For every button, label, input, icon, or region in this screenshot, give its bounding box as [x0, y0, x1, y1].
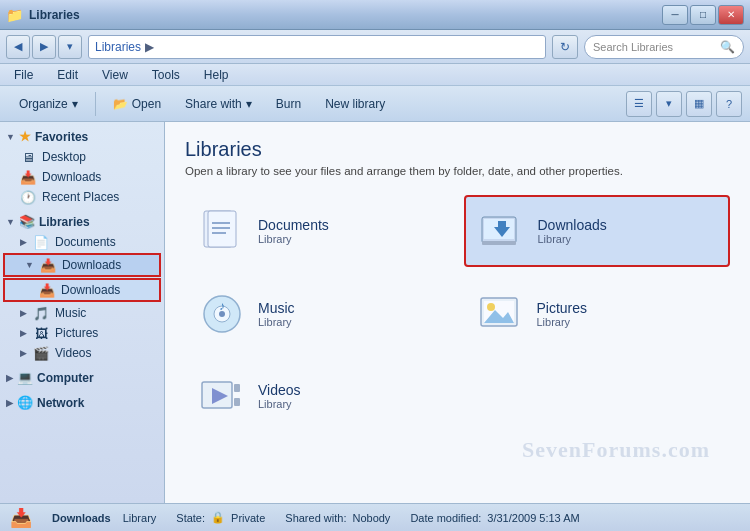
libraries-header[interactable]: ▼ 📚 Libraries	[0, 211, 164, 232]
pictures-lib-info: Pictures Library	[537, 300, 588, 328]
content-title: Libraries	[185, 138, 730, 161]
menu-edit[interactable]: Edit	[53, 66, 82, 84]
computer-header[interactable]: ▶ 💻 Computer	[0, 367, 164, 388]
documents-lib-icon	[198, 207, 246, 255]
menu-file[interactable]: File	[10, 66, 37, 84]
window-icon: 📁	[6, 7, 23, 23]
sidebar-item-desktop[interactable]: 🖥 Desktop	[0, 147, 164, 167]
downloads-lib-icon: 📥	[40, 257, 56, 273]
music-lib-info: Music Library	[258, 300, 295, 328]
music-icon: 🎵	[33, 305, 49, 321]
preview-button[interactable]: ▦	[686, 91, 712, 117]
libraries-icon: 📚	[19, 214, 35, 229]
recent-label: Recent Places	[42, 190, 119, 204]
libraries-section: ▼ 📚 Libraries ▶ 📄 Documents ▼ 📥 Download…	[0, 211, 164, 363]
sidebar-item-downloads[interactable]: ▼ 📥 Downloads	[3, 253, 161, 277]
favorites-header[interactable]: ▼ ★ Favorites	[0, 126, 164, 147]
videos-lib-icon	[198, 372, 246, 420]
organize-button[interactable]: Organize ▾	[8, 90, 89, 118]
status-shared-value: Nobody	[352, 512, 390, 524]
status-state-label: State:	[176, 512, 205, 524]
library-item-music[interactable]: ♪ Music Library	[185, 279, 452, 349]
downloads-chevron: ▼	[25, 260, 34, 270]
status-state-section: State: 🔒 Private	[176, 511, 265, 524]
open-button[interactable]: 📂 Open	[102, 90, 172, 118]
videos-svg	[198, 372, 246, 420]
libraries-label: Libraries	[39, 215, 90, 229]
sidebar-item-pictures[interactable]: ▶ 🖼 Pictures	[0, 323, 164, 343]
title-bar-buttons: ─ □ ✕	[662, 5, 744, 25]
maximize-button[interactable]: □	[690, 5, 716, 25]
downloads-lib-name: Downloads	[538, 217, 607, 233]
downloads-svg	[478, 207, 526, 255]
network-icon: 🌐	[17, 395, 33, 410]
computer-label: Computer	[37, 371, 94, 385]
title-bar: 📁 Libraries ─ □ ✕	[0, 0, 750, 30]
status-lib-icon: 📥	[10, 507, 32, 529]
videos-chevron: ▶	[20, 348, 27, 358]
dropdown-button[interactable]: ▾	[58, 35, 82, 59]
music-svg: ♪	[198, 290, 246, 338]
downloads-fav-label: Downloads	[42, 170, 101, 184]
videos-lib-type: Library	[258, 398, 301, 410]
layout-button[interactable]: ▾	[656, 91, 682, 117]
documents-svg	[198, 207, 246, 255]
pictures-lib-icon	[477, 290, 525, 338]
address-path[interactable]: Libraries ▶	[88, 35, 546, 59]
sidebar-item-downloads-sub[interactable]: 📥 Downloads	[3, 278, 161, 302]
status-state-value: Private	[231, 512, 265, 524]
documents-lib-type: Library	[258, 233, 329, 245]
search-icon: 🔍	[720, 40, 735, 54]
burn-button[interactable]: Burn	[265, 90, 312, 118]
share-arrow: ▾	[246, 97, 252, 111]
sidebar-item-music[interactable]: ▶ 🎵 Music	[0, 303, 164, 323]
favorites-label: Favorites	[35, 130, 88, 144]
menu-tools[interactable]: Tools	[148, 66, 184, 84]
organize-label: Organize	[19, 97, 68, 111]
sidebar-item-downloads-fav[interactable]: 📥 Downloads	[0, 167, 164, 187]
network-header[interactable]: ▶ 🌐 Network	[0, 392, 164, 413]
library-item-pictures[interactable]: Pictures Library	[464, 279, 731, 349]
forward-button[interactable]: ▶	[32, 35, 56, 59]
nav-buttons: ◀ ▶ ▾	[6, 35, 82, 59]
music-label: Music	[55, 306, 86, 320]
library-item-documents[interactable]: Documents Library	[185, 195, 452, 267]
network-chevron: ▶	[6, 398, 13, 408]
share-button[interactable]: Share with ▾	[174, 90, 263, 118]
back-button[interactable]: ◀	[6, 35, 30, 59]
new-library-button[interactable]: New library	[314, 90, 396, 118]
refresh-button[interactable]: ↻	[552, 35, 578, 59]
toolbar-right: ☰ ▾ ▦ ?	[626, 91, 742, 117]
videos-lib-name: Videos	[258, 382, 301, 398]
library-item-downloads[interactable]: Downloads Library	[464, 195, 731, 267]
sidebar-item-videos[interactable]: ▶ 🎬 Videos	[0, 343, 164, 363]
downloads-lib-info: Downloads Library	[538, 217, 607, 245]
menu-bar: File Edit View Tools Help	[0, 64, 750, 86]
downloads-sub-label: Downloads	[61, 283, 120, 297]
pictures-lib-type: Library	[537, 316, 588, 328]
status-date-section: Date modified: 3/31/2009 5:13 AM	[410, 512, 579, 524]
sidebar-item-recent[interactable]: 🕐 Recent Places	[0, 187, 164, 207]
view-toggle-button[interactable]: ☰	[626, 91, 652, 117]
computer-icon: 💻	[17, 370, 33, 385]
status-section-icon: 📥	[10, 507, 32, 529]
library-item-videos[interactable]: Videos Library	[185, 361, 452, 431]
videos-label: Videos	[55, 346, 91, 360]
downloads-lib-label: Downloads	[62, 258, 121, 272]
documents-icon: 📄	[33, 234, 49, 250]
network-section: ▶ 🌐 Network	[0, 392, 164, 413]
menu-view[interactable]: View	[98, 66, 132, 84]
content-subtitle: Open a library to see your files and arr…	[185, 165, 730, 177]
music-chevron: ▶	[20, 308, 27, 318]
watermark: SevenForums.com	[522, 437, 710, 463]
help-button[interactable]: ?	[716, 91, 742, 117]
svg-rect-1	[208, 211, 236, 247]
sidebar-item-documents[interactable]: ▶ 📄 Documents	[0, 232, 164, 252]
pictures-chevron: ▶	[20, 328, 27, 338]
search-box[interactable]: Search Libraries 🔍	[584, 35, 744, 59]
downloads-fav-icon: 📥	[20, 169, 36, 185]
path-prefix: Libraries	[95, 40, 141, 54]
minimize-button[interactable]: ─	[662, 5, 688, 25]
menu-help[interactable]: Help	[200, 66, 233, 84]
close-button[interactable]: ✕	[718, 5, 744, 25]
